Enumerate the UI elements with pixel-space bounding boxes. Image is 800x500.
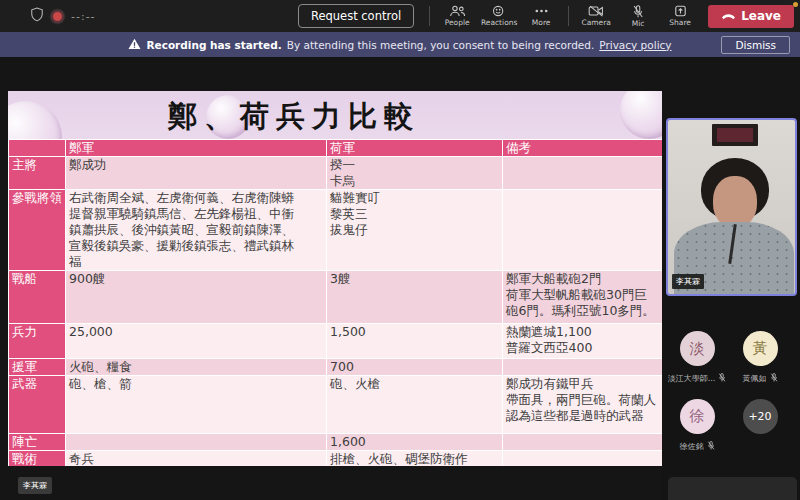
teams-meeting-window: --:-- Request control People Reactions xyxy=(0,0,800,500)
recording-banner: Recording has started. By attending this… xyxy=(0,32,800,57)
toolbar-divider xyxy=(429,6,430,26)
participant-video-tile[interactable]: 吳 xyxy=(668,477,797,500)
meeting-topbar: --:-- Request control People Reactions xyxy=(0,0,800,32)
table-cell xyxy=(66,434,327,451)
presenter-name-tag: 李其霖 xyxy=(18,477,52,494)
table-cell: 鄭成功 xyxy=(66,157,327,190)
participant-tile[interactable]: 黃 黃佩如 xyxy=(728,331,792,384)
table-cell xyxy=(503,434,663,451)
toolbar-divider xyxy=(568,6,569,26)
column-header: 備考 xyxy=(503,140,663,157)
banner-message: By attending this meeting, you consent t… xyxy=(287,39,595,51)
more-icon xyxy=(534,5,549,17)
avatar: 黃 xyxy=(743,331,778,366)
reactions-icon xyxy=(492,5,506,17)
table-cell: 1,500 xyxy=(327,324,503,359)
table-cell xyxy=(503,359,663,376)
active-speaker-video[interactable]: 李其霖 xyxy=(666,118,797,296)
overflow-participants-tile[interactable]: +20 xyxy=(728,399,792,434)
row-label: 陣亡 xyxy=(9,434,66,451)
row-label: 武器 xyxy=(9,376,66,434)
table-cell: 3艘 xyxy=(327,271,503,324)
table-cell: 砲、火槍 xyxy=(327,376,503,434)
request-control-button[interactable]: Request control xyxy=(298,4,414,28)
table-cell: 1,600 xyxy=(327,434,503,451)
avatar: 徐 xyxy=(680,399,715,434)
row-label: 援軍 xyxy=(9,359,66,376)
slide-table: 鄭軍荷軍備考主將鄭成功揆一 卡烏參戰將領右武衛周全斌、左虎衛何義、右虎衛陳蟒 提… xyxy=(9,140,663,467)
participant-name: 黃佩如 xyxy=(743,373,767,384)
notification-dot xyxy=(793,2,798,7)
people-icon xyxy=(449,5,466,17)
table-cell: 右武衛周全斌、左虎衛何義、右虎衛陳蟒 提督親軍驍騎鎮馬信、左先鋒楊祖、中衝 鎮蕭… xyxy=(66,190,327,271)
row-label: 主將 xyxy=(9,157,66,190)
bubble-decoration xyxy=(620,91,662,139)
dismiss-button[interactable]: Dismiss xyxy=(721,36,790,54)
row-label: 兵力 xyxy=(9,324,66,359)
shield-icon[interactable] xyxy=(30,7,44,26)
reactions-button[interactable]: Reactions xyxy=(479,0,519,32)
table-row: 戰術奇兵排槍、火砲、碉堡防衛作 xyxy=(9,451,663,467)
table-header-row: 鄭軍荷軍備考 xyxy=(9,140,663,157)
video-name-tag: 李其霖 xyxy=(672,274,704,289)
share-icon xyxy=(674,5,687,17)
privacy-policy-link[interactable]: Privacy policy xyxy=(599,39,671,51)
table-cell xyxy=(503,451,663,467)
table-row: 陣亡1,600 xyxy=(9,434,663,451)
participant-tile[interactable]: 淡 淡江大學師... xyxy=(665,331,729,384)
table-cell xyxy=(503,157,663,190)
mic-off-icon xyxy=(707,441,715,452)
mic-button[interactable]: Mic xyxy=(618,0,658,32)
overflow-count-badge: +20 xyxy=(743,399,778,434)
participants-sidebar: 李其霖 淡 淡江大學師... 黃 黃佩如 xyxy=(662,114,800,500)
avatar: 淡 xyxy=(680,331,715,366)
hangup-icon xyxy=(721,9,736,23)
mic-off-icon xyxy=(718,373,726,384)
column-header: 荷軍 xyxy=(327,140,503,157)
table-row: 主將鄭成功揆一 卡烏 xyxy=(9,157,663,190)
table-cell: 700 xyxy=(327,359,503,376)
table-cell: 鄭成功有鐵甲兵 帶面具，兩門巨砲。荷蘭人 認為這些都是過時的武器 xyxy=(503,376,663,434)
table-row: 武器砲、槍、箭砲、火槍鄭成功有鐵甲兵 帶面具，兩門巨砲。荷蘭人 認為這些都是過時… xyxy=(9,376,663,434)
meeting-timer: --:-- xyxy=(71,10,96,23)
mic-off-icon xyxy=(770,373,778,384)
participant-tile[interactable]: 徐 徐佐銘 xyxy=(665,399,729,452)
share-button[interactable]: Share xyxy=(660,0,700,32)
table-cell xyxy=(503,190,663,271)
participant-name: 淡江大學師... xyxy=(668,373,716,384)
table-row: 援軍火砲、糧食700 xyxy=(9,359,663,376)
camera-off-icon xyxy=(588,5,604,17)
people-button[interactable]: People xyxy=(437,0,477,32)
warning-icon xyxy=(128,38,141,52)
camera-button[interactable]: Camera xyxy=(576,0,616,32)
table-row: 戰船900艘3艘鄭軍大船載砲2門 荷軍大型帆船載砲30門巨 砲6門。瑪利亞號10… xyxy=(9,271,663,324)
table-cell: 900艘 xyxy=(66,271,327,324)
table-cell: 排槍、火砲、碉堡防衛作 xyxy=(327,451,503,467)
table-cell: 揆一 卡烏 xyxy=(327,157,503,190)
meeting-stage: 鄭、荷兵力比較 鄭軍荷軍備考主將鄭成功揆一 卡烏參戰將領右武衛周全斌、左虎衛何義… xyxy=(0,57,800,500)
participant-name: 徐佐銘 xyxy=(680,441,704,452)
table-cell: 貓難實叮 黎英三 拔鬼仔 xyxy=(327,190,503,271)
speaker-face xyxy=(713,176,757,228)
banner-title: Recording has started. xyxy=(146,39,281,51)
table-cell: 25,000 xyxy=(66,324,327,359)
row-label: 戰船 xyxy=(9,271,66,324)
column-header: 鄭軍 xyxy=(66,140,327,157)
comparison-table: 鄭軍荷軍備考主將鄭成功揆一 卡烏參戰將領右武衛周全斌、左虎衛何義、右虎衛陳蟒 提… xyxy=(8,139,662,466)
more-button[interactable]: More xyxy=(521,0,561,32)
column-header xyxy=(9,140,66,157)
mic-off-icon xyxy=(632,5,644,18)
table-row: 兵力25,0001,500熱蘭遮城1,100 普羅文西亞400 xyxy=(9,324,663,359)
table-cell: 砲、槍、箭 xyxy=(66,376,327,434)
table-row: 參戰將領右武衛周全斌、左虎衛何義、右虎衛陳蟒 提督親軍驍騎鎮馬信、左先鋒楊祖、中… xyxy=(9,190,663,271)
shared-slide[interactable]: 鄭、荷兵力比較 鄭軍荷軍備考主將鄭成功揆一 卡烏參戰將領右武衛周全斌、左虎衛何義… xyxy=(8,91,662,466)
recording-indicator-icon xyxy=(53,12,62,21)
table-cell: 熱蘭遮城1,100 普羅文西亞400 xyxy=(503,324,663,359)
row-label: 戰術 xyxy=(9,451,66,467)
table-cell: 奇兵 xyxy=(66,451,327,467)
slide-title: 鄭、荷兵力比較 xyxy=(168,97,420,137)
table-cell: 鄭軍大船載砲2門 荷軍大型帆船載砲30門巨 砲6門。瑪利亞號10多門。 xyxy=(503,271,663,324)
table-cell: 火砲、糧食 xyxy=(66,359,327,376)
row-label: 參戰將領 xyxy=(9,190,66,271)
leave-button[interactable]: Leave xyxy=(708,5,794,28)
